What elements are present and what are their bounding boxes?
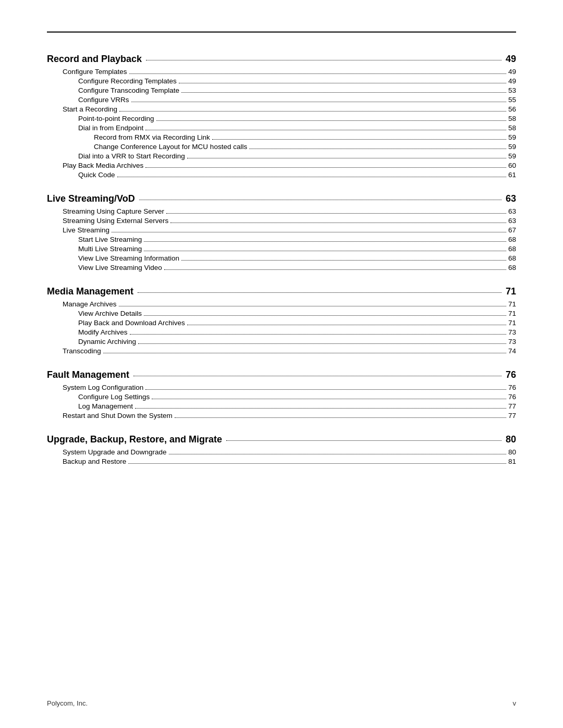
section-page-fault-management: 76 <box>506 369 516 380</box>
toc-entry: Start Live Streaming68 <box>47 236 516 243</box>
dots-live-streaming <box>139 200 501 200</box>
entry-label: Restart and Shut Down the System <box>63 412 173 419</box>
entry-page: 49 <box>508 68 516 76</box>
entry-dots <box>152 399 506 399</box>
entry-label: View Live Streaming Information <box>78 254 179 262</box>
toc-entry: Start a Recording56 <box>47 105 516 113</box>
entry-dots <box>181 92 506 93</box>
entry-label: Log Management <box>78 402 133 410</box>
entry-dots <box>129 73 506 74</box>
entry-page: 53 <box>508 87 516 94</box>
entry-label: Change Conference Layout for MCU hosted … <box>94 143 247 151</box>
toc-entry: Play Back and Download Archives71 <box>47 319 516 327</box>
entry-dots <box>164 269 506 270</box>
entry-label: Configure Templates <box>63 68 127 76</box>
entry-page: 59 <box>508 152 516 160</box>
section-header-media-management: Media Management71 <box>47 286 516 297</box>
toc-entry: Modify Archives73 <box>47 328 516 336</box>
dots-record-playback <box>146 60 501 60</box>
section-header-fault-management: Fault Management76 <box>47 369 516 380</box>
entry-dots <box>112 232 506 232</box>
toc-section-live-streaming: Live Streaming/VoD63Streaming Using Capt… <box>47 193 516 272</box>
entry-dots <box>187 325 506 325</box>
entry-label: Transcoding <box>63 347 101 355</box>
toc-entry: Record from RMX via Recording Link59 <box>47 133 516 141</box>
entry-dots <box>170 223 506 223</box>
toc-entry: Log Management77 <box>47 402 516 410</box>
section-title-fault-management: Fault Management <box>47 369 129 380</box>
entry-dots <box>145 389 506 390</box>
entry-page: 60 <box>508 162 516 169</box>
toc-entry: Dynamic Archiving73 <box>47 338 516 346</box>
page-container: Record and Playback49Configure Templates… <box>0 0 563 728</box>
toc-entry: Multi Live Streaming68 <box>47 245 516 253</box>
entry-label: Quick Code <box>78 171 115 179</box>
entry-label: Start Live Streaming <box>78 236 142 243</box>
entry-page: 71 <box>508 319 516 327</box>
entry-dots <box>145 130 506 130</box>
entry-label: View Live Streaming Video <box>78 264 162 272</box>
entry-page: 68 <box>508 264 516 272</box>
entry-dots <box>119 306 506 306</box>
toc-entry: Configure Templates49 <box>47 68 516 76</box>
entry-page: 59 <box>508 143 516 151</box>
toc-entry: Point-to-point Recording58 <box>47 115 516 122</box>
section-header-live-streaming: Live Streaming/VoD63 <box>47 193 516 204</box>
section-page-media-management: 71 <box>506 286 516 297</box>
entry-page: 58 <box>508 115 516 122</box>
entry-page: 73 <box>508 328 516 336</box>
entry-page: 58 <box>508 124 516 132</box>
entry-page: 68 <box>508 245 516 253</box>
entry-dots <box>249 149 506 149</box>
toc-entry: System Upgrade and Downgrade80 <box>47 448 516 456</box>
entry-page: 68 <box>508 254 516 262</box>
toc-section-upgrade-backup: Upgrade, Backup, Restore, and Migrate80S… <box>47 434 516 465</box>
entry-label: Backup and Restore <box>63 458 126 465</box>
entry-label: Live Streaming <box>63 226 109 234</box>
entry-page: 67 <box>508 226 516 234</box>
entry-page: 61 <box>508 171 516 179</box>
toc-entry: Restart and Shut Down the System77 <box>47 412 516 419</box>
dots-fault-management <box>133 376 501 376</box>
toc-entry: System Log Configuration76 <box>47 384 516 391</box>
entry-page: 63 <box>508 207 516 215</box>
toc-entry: Play Back Media Archives60 <box>47 162 516 169</box>
entry-label: Multi Live Streaming <box>78 245 142 253</box>
entry-page: 73 <box>508 338 516 346</box>
section-header-upgrade-backup: Upgrade, Backup, Restore, and Migrate80 <box>47 434 516 445</box>
toc-entry: Live Streaming67 <box>47 226 516 234</box>
entry-label: Point-to-point Recording <box>78 115 154 122</box>
entry-label: System Upgrade and Downgrade <box>63 448 167 456</box>
entry-label: Manage Archives <box>63 300 117 308</box>
section-title-record-playback: Record and Playback <box>47 54 142 65</box>
entry-dots <box>169 454 506 454</box>
section-header-record-playback: Record and Playback49 <box>47 54 516 65</box>
entry-dots <box>138 343 506 344</box>
toc-entry: Configure Recording Templates49 <box>47 77 516 85</box>
entry-dots <box>128 463 506 464</box>
entry-page: 71 <box>508 310 516 317</box>
entry-dots <box>144 241 506 242</box>
entry-dots <box>166 213 506 214</box>
toc-entry: View Live Streaming Information68 <box>47 254 516 262</box>
entry-dots <box>175 417 506 418</box>
toc-entry: Dial in from Endpoint58 <box>47 124 516 132</box>
entry-dots <box>179 83 506 83</box>
entry-dots <box>212 139 506 140</box>
toc-entry: Manage Archives71 <box>47 300 516 308</box>
entry-page: 49 <box>508 77 516 85</box>
entry-dots <box>144 315 506 316</box>
footer: Polycom, Inc. v <box>47 699 516 707</box>
entry-page: 55 <box>508 96 516 104</box>
entry-label: Configure VRRs <box>78 96 129 104</box>
entry-page: 68 <box>508 236 516 243</box>
entry-page: 76 <box>508 384 516 391</box>
entry-label: Configure Transcoding Template <box>78 87 179 94</box>
toc-entry: Backup and Restore81 <box>47 458 516 465</box>
entry-dots <box>135 408 506 409</box>
entry-page: 77 <box>508 402 516 410</box>
toc-content: Record and Playback49Configure Templates… <box>47 54 516 465</box>
entry-page: 77 <box>508 412 516 419</box>
entry-label: Play Back and Download Archives <box>78 319 185 327</box>
entry-page: 59 <box>508 133 516 141</box>
